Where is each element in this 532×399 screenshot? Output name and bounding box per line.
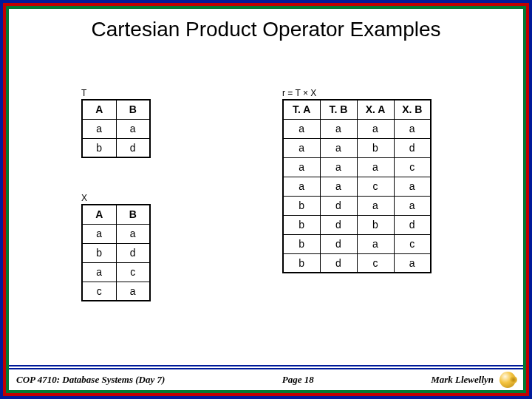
footer-page: Page 18 xyxy=(282,374,314,386)
table-row: bdac xyxy=(283,234,431,253)
table-header-row: A B xyxy=(82,205,150,224)
table-row: a a xyxy=(82,119,150,138)
table-R: T. A T. B X. A X. B aaaa aabd aaac aaca … xyxy=(282,99,432,273)
footer-right: Mark Llewellyn xyxy=(431,372,516,388)
table-X-wrap: X A B aa bd ac ca xyxy=(81,194,151,301)
col-header: B xyxy=(116,100,150,119)
ucf-logo-icon xyxy=(499,372,516,388)
col-header: X. B xyxy=(394,100,431,119)
table-row: b d xyxy=(82,138,150,157)
col-header: T. B xyxy=(320,100,357,119)
slide-border-green: Cartesian Product Operator Examples T A … xyxy=(6,6,526,393)
table-row: ca xyxy=(82,282,150,301)
table-X-label: X xyxy=(81,194,151,202)
table-T-label: T xyxy=(81,89,151,98)
table-row: bdaa xyxy=(283,196,431,215)
table-header-row: T. A T. B X. A X. B xyxy=(283,100,431,119)
table-R-label: r = T × X xyxy=(282,89,432,98)
table-row: aabd xyxy=(283,138,431,157)
col-header: T. A xyxy=(283,100,320,119)
table-row: ac xyxy=(82,262,150,282)
slide-footer: COP 4710: Database Systems (Day 7) Page … xyxy=(9,365,523,390)
table-row: aaaa xyxy=(283,119,431,138)
table-header-row: A B xyxy=(82,100,150,119)
slide-content: T A B a a b d xyxy=(9,46,523,365)
table-row: bdbd xyxy=(283,215,431,234)
slide-border-red: Cartesian Product Operator Examples T A … xyxy=(3,3,529,396)
footer-author: Mark Llewellyn xyxy=(431,374,494,386)
slide-title: Cartesian Product Operator Examples xyxy=(9,9,523,46)
col-header: X. A xyxy=(357,100,394,119)
table-R-wrap: r = T × X T. A T. B X. A X. B aaaa aabd … xyxy=(282,89,432,273)
table-row: aa xyxy=(82,224,150,243)
slide: Cartesian Product Operator Examples T A … xyxy=(0,0,532,399)
table-row: bdca xyxy=(283,253,431,273)
table-row: aaac xyxy=(283,157,431,177)
table-X: A B aa bd ac ca xyxy=(81,204,151,301)
table-T-wrap: T A B a a b d xyxy=(81,89,151,158)
col-header: A xyxy=(82,100,116,119)
table-row: bd xyxy=(82,243,150,262)
table-T: A B a a b d xyxy=(81,99,151,158)
col-header: A xyxy=(82,205,116,224)
table-row: aaca xyxy=(283,177,431,196)
footer-course: COP 4710: Database Systems (Day 7) xyxy=(16,374,165,386)
col-header: B xyxy=(116,205,150,224)
